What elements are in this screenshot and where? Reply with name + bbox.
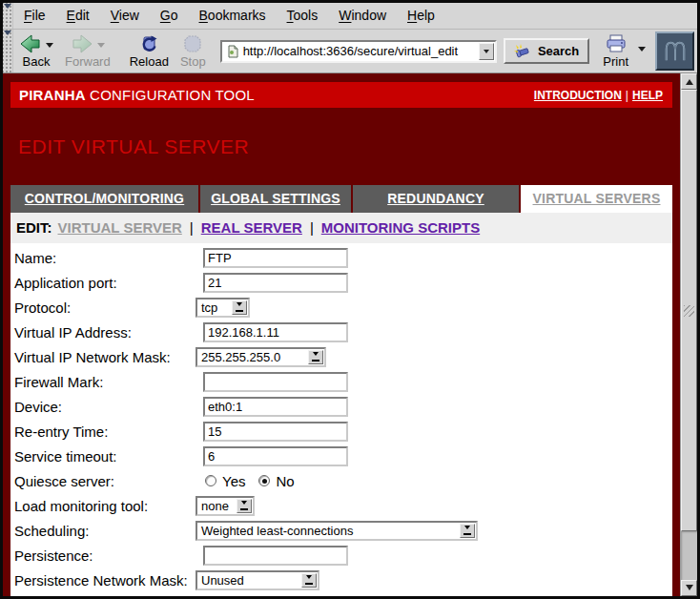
virtual-ip-network-mask-select[interactable]: 255.255.255.0 [196, 347, 326, 367]
persistence-network-mask-selected-value: Unused [197, 573, 301, 588]
header-link-introduction[interactable]: INTRODUCTION [534, 89, 622, 102]
search-button[interactable]: Search [504, 38, 589, 64]
name-input[interactable] [203, 248, 348, 268]
toolbar-grip-handle[interactable] [3, 30, 13, 72]
reload-button-label: Reload [130, 54, 169, 69]
edit-subnav: EDIT:VIRTUAL SERVER|REAL SERVER|MONITORI… [10, 213, 672, 243]
form-row-re-entry-time: Re-entry Time: [10, 419, 672, 444]
quiesce-server-radio-label-no: No [276, 473, 294, 489]
application-port-input[interactable] [203, 273, 348, 293]
persistence-network-mask-select[interactable]: Unused [196, 570, 319, 590]
service-timeout-input[interactable] [203, 446, 348, 466]
menu-view[interactable]: View [100, 3, 150, 29]
persistence-network-mask-dropdown-button[interactable] [301, 573, 317, 588]
quiesce-server-label: Quiesce server: [14, 473, 196, 489]
url-history-dropdown[interactable] [479, 43, 494, 60]
back-history-dropdown-icon[interactable] [46, 43, 53, 52]
vertical-scrollbar[interactable] [680, 73, 697, 596]
menu-go[interactable]: Go [150, 3, 189, 29]
form-row-scheduling: Scheduling:Weighted least-connections [10, 518, 672, 543]
form-row-virtual-ip-address: Virtual IP Address: [10, 320, 672, 344]
search-button-label: Search [538, 44, 579, 58]
menu-tools[interactable]: Tools [277, 3, 329, 29]
dropdown-bar-icon [236, 310, 243, 312]
menu-edit[interactable]: Edit [56, 3, 100, 29]
device-label: Device: [14, 399, 196, 415]
scheduling-select[interactable]: Weighted least-connections [196, 521, 478, 541]
load-monitoring-tool-dropdown-button[interactable] [237, 499, 252, 513]
form-row-load-monitoring-tool: Load monitoring tool:none [10, 493, 672, 518]
dropdown-bar-icon [305, 583, 313, 585]
chevron-down-icon [306, 575, 312, 582]
tab-redundancy[interactable]: REDUNDANCY [353, 185, 519, 213]
form-row-application-port: Application port: [10, 270, 672, 295]
virtual-ip-network-mask-selected-value: 255.255.255.0 [197, 350, 308, 364]
quiesce-server-radio-group: YesNo [205, 473, 302, 489]
back-button-label: Back [23, 54, 51, 69]
protocol-select[interactable]: tcp [196, 298, 250, 318]
search-flashlight-icon [514, 44, 533, 58]
page-content: PIRANHA CONFIGURATION TOOL INTRODUCTION|… [3, 73, 680, 596]
back-button[interactable]: Back [13, 31, 59, 72]
protocol-label: Protocol: [14, 300, 196, 316]
load-monitoring-tool-select[interactable]: none [196, 496, 255, 516]
menu-items: FileEditViewGoBookmarksToolsWindowHelp [13, 3, 445, 29]
scheduling-dropdown-button[interactable] [460, 524, 475, 538]
reload-icon [138, 33, 159, 54]
header-link-separator: | [622, 89, 632, 102]
app-header-band: PIRANHA CONFIGURATION TOOL INTRODUCTION|… [10, 82, 672, 108]
persistence-input[interactable] [203, 546, 348, 566]
re-entry-time-input[interactable] [203, 422, 348, 442]
tab-control-monitoring[interactable]: CONTROL/MONITORING [10, 185, 198, 213]
scroll-down-button[interactable] [681, 580, 697, 596]
form-row-virtual-ip-network-mask: Virtual IP Network Mask:255.255.255.0 [10, 344, 672, 369]
protocol-dropdown-button[interactable] [232, 300, 247, 315]
forward-button[interactable]: Forward [59, 31, 116, 72]
menu-window[interactable]: Window [328, 3, 397, 29]
re-entry-time-label: Re-entry Time: [14, 423, 196, 440]
menu-bookmarks[interactable]: Bookmarks [189, 3, 277, 29]
page-proxy-icon [226, 45, 239, 58]
quiesce-server-radio-no[interactable] [258, 475, 270, 486]
page-title: EDIT VIRTUAL SERVER [10, 136, 672, 157]
print-button-label: Print [603, 54, 628, 69]
reload-button[interactable]: Reload [124, 31, 175, 72]
menubar-grip-handle[interactable] [3, 3, 13, 29]
url-input[interactable]: http://localhost:3636/secure/virtual_edi… [243, 44, 479, 58]
menu-file[interactable]: File [13, 3, 56, 29]
virtual-ip-network-mask-dropdown-button[interactable] [308, 350, 323, 364]
form-row-name: Name: [10, 245, 672, 270]
protocol-selected-value: tcp [197, 300, 232, 315]
quiesce-server-radio-yes[interactable] [205, 475, 216, 486]
scrollbar-thumb[interactable] [681, 90, 697, 531]
dropdown-bar-icon [463, 533, 471, 535]
main-tabs: CONTROL/MONITORINGGLOBAL SETTINGSREDUNDA… [10, 185, 672, 213]
chevron-down-icon [241, 501, 247, 507]
menu-help[interactable]: Help [397, 3, 445, 29]
scroll-up-button[interactable] [681, 73, 697, 90]
tab-global-settings[interactable]: GLOBAL SETTINGS [200, 185, 351, 213]
header-link-help[interactable]: HELP [632, 89, 663, 102]
print-button[interactable]: Print [597, 31, 634, 72]
firewall-mark-input[interactable] [203, 372, 348, 392]
virtual-ip-address-input[interactable] [203, 322, 348, 342]
device-input[interactable] [203, 397, 348, 417]
form-row-protocol: Protocol:tcp [10, 295, 672, 320]
navigation-toolbar: Back Forward [3, 30, 697, 73]
header-links: INTRODUCTION|HELP [534, 89, 663, 102]
subnav-link-monitoring-scripts[interactable]: MONITORING SCRIPTS [321, 219, 480, 236]
firewall-mark-label: Firewall Mark: [14, 374, 196, 390]
subnav-link-virtual-server[interactable]: VIRTUAL SERVER [58, 219, 182, 236]
mozilla-logo[interactable] [655, 31, 694, 71]
scrollbar-grip-icon [684, 305, 694, 317]
form-row-persistence-network-mask: Persistence Network Mask:Unused [10, 568, 672, 592]
form-row-persistence: Persistence: [10, 543, 672, 568]
subnav-link-real-server[interactable]: REAL SERVER [201, 219, 302, 236]
tab-virtual-servers[interactable]: VIRTUAL SERVERS [521, 185, 672, 213]
browser-window: FileEditViewGoBookmarksToolsWindowHelp B… [0, 0, 700, 599]
print-dropdown-icon[interactable] [638, 47, 646, 55]
forward-history-dropdown-icon[interactable] [97, 43, 105, 52]
url-bar[interactable]: http://localhost:3636/secure/virtual_edi… [220, 40, 497, 63]
scrollbar-track[interactable] [681, 531, 697, 580]
stop-button[interactable]: Stop [175, 31, 212, 72]
